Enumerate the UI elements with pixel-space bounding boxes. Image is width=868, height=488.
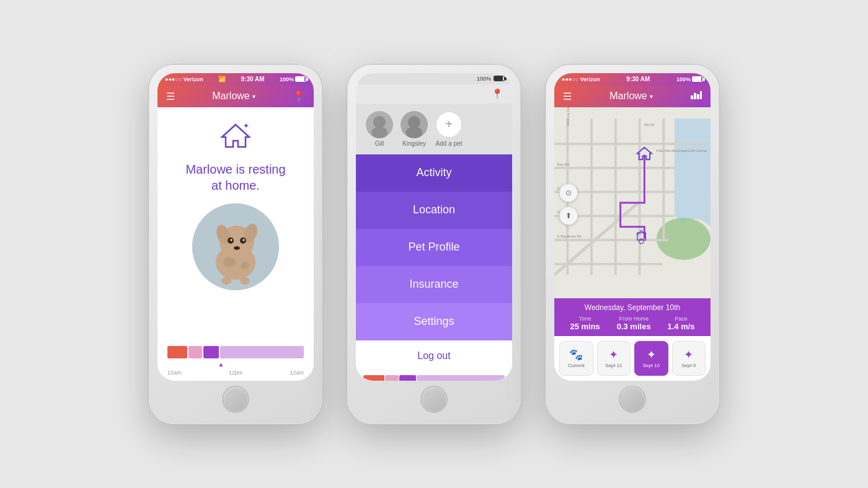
app-header-1: ☰ Marlowe ▾ 📍 <box>157 86 314 107</box>
chart-icon-3[interactable] <box>691 91 702 102</box>
svg-rect-25 <box>697 94 699 99</box>
pet-item-gill[interactable]: Gill <box>366 111 393 147</box>
svg-point-10 <box>231 239 232 241</box>
svg-point-13 <box>223 257 236 267</box>
header-title-3: Marlowe ▾ <box>609 91 652 102</box>
menu-item-location[interactable]: Location <box>356 192 512 229</box>
svg-rect-29 <box>554 143 711 145</box>
locate-button[interactable]: ⊙ <box>559 184 578 202</box>
status-bar-1: ●●●○○ Verizon 📶 9:30 AM 100% <box>157 73 314 86</box>
wifi-icon-1: 📶 <box>218 76 226 82</box>
sept11-icon: ✦ <box>609 348 618 362</box>
svg-rect-33 <box>554 239 668 241</box>
svg-rect-36 <box>590 118 593 275</box>
nav-current-label: Current <box>568 363 585 368</box>
home-button-3[interactable] <box>619 386 646 413</box>
phone-3: ●●●○○ Verizon 9:30 AM 100% ☰ Marlowe ▾ <box>546 64 719 424</box>
battery-text-3: 100% <box>676 76 691 82</box>
timeline-seg-2 <box>188 346 202 358</box>
menu-item-activity[interactable]: Activity <box>356 154 512 192</box>
map-stats: Time 25 mins From Home 0.3 miles Pace 1.… <box>562 316 703 331</box>
nav-sept9[interactable]: ✦ Sept 9 <box>672 341 706 376</box>
svg-point-12 <box>234 246 240 250</box>
map-stat-pace: Pace 1.4 m/s <box>667 316 694 331</box>
location-icon-1[interactable]: 📍 <box>293 91 305 102</box>
home-button-2[interactable] <box>420 386 448 413</box>
nav-sept9-label: Sept 9 <box>681 363 696 368</box>
menu-items: Activity Location Pet Profile Insurance … <box>356 154 512 371</box>
carrier-3: ●●●○○ Verizon <box>562 76 600 82</box>
home-status-icon: ✦ · <box>217 120 254 156</box>
battery-text-1: 100% <box>280 76 294 82</box>
svg-rect-26 <box>700 91 702 99</box>
tl-label-1: 12am <box>167 370 182 376</box>
home-button-1[interactable] <box>222 386 249 413</box>
pet-name-3: Marlowe <box>609 91 647 102</box>
svg-text:University Ave: University Ave <box>567 107 570 126</box>
menu-item-insurance[interactable]: Insurance <box>356 266 512 303</box>
tl-label-3: 12am <box>290 370 304 376</box>
nav-current[interactable]: 🐾 Current <box>559 341 593 376</box>
menu-icon-3[interactable]: ☰ <box>563 91 572 102</box>
map-background: Bay Rd E Clarke Ave Green St E Bayshore … <box>554 107 711 298</box>
location-icon-2[interactable]: 📍 <box>491 88 503 100</box>
ms4 <box>417 375 505 381</box>
app-header-3: ☰ Marlowe ▾ <box>554 86 711 107</box>
svg-point-15 <box>221 277 231 285</box>
svg-text:·: · <box>247 129 248 135</box>
activity-timeline: ▲ 12am 12pm 12am <box>167 346 304 376</box>
phones-container: ●●●○○ Verizon 📶 9:30 AM 100% ☰ Marlowe ▾… <box>0 40 868 449</box>
battery-bar-3 <box>692 76 703 82</box>
nav-sept11[interactable]: ✦ Sept 11 <box>597 341 631 376</box>
pet-thumb-kingsley[interactable] <box>401 111 428 138</box>
timeline-bar <box>167 346 304 358</box>
svg-rect-38 <box>639 118 641 275</box>
nav-sept10[interactable]: ✦ Sept 10 <box>634 341 668 376</box>
tl-label-2: 12pm <box>229 370 243 376</box>
menu-icon-1[interactable]: ☰ <box>166 91 175 102</box>
svg-point-16 <box>240 277 250 285</box>
pet-item-add[interactable]: + Add a pet <box>435 111 463 147</box>
svg-text:Palo Alto Municipal Golf Cours: Palo Alto Municipal Golf Course <box>657 148 707 152</box>
timeline-labels: 12am 12pm 12am <box>167 370 304 376</box>
menu-item-pet-profile[interactable]: Pet Profile <box>356 229 512 266</box>
pet-name-1: Marlowe <box>212 91 249 102</box>
phone-1: ●●●○○ Verizon 📶 9:30 AM 100% ☰ Marlowe ▾… <box>149 64 322 424</box>
map-area[interactable]: Bay Rd E Clarke Ave Green St E Bayshore … <box>554 107 711 298</box>
menu-item-settings[interactable]: Settings <box>356 303 512 340</box>
sept9-icon: ✦ <box>684 348 693 362</box>
timeline-seg-1 <box>167 346 187 358</box>
status-bar-2: 100% <box>356 73 512 84</box>
menu-bottom: 12am 12am <box>356 371 512 381</box>
home-status-text: Marlowe is restingat home. <box>185 161 285 193</box>
svg-rect-23 <box>691 95 693 99</box>
header-title-1: Marlowe ▾ <box>212 91 255 102</box>
pet-add-button[interactable]: + <box>435 111 463 138</box>
ms1 <box>363 375 384 381</box>
pet-label-kingsley: Kingsley <box>402 140 426 147</box>
svg-text:✦: ✦ <box>243 122 249 130</box>
map-bottom-info: Wednesday, September 10th Time 25 mins F… <box>554 298 711 336</box>
pet-item-kingsley[interactable]: Kingsley <box>401 111 428 147</box>
timeline-seg-3 <box>203 346 219 358</box>
pet-thumb-gill[interactable] <box>366 111 393 138</box>
menu-header-bar: 📍 <box>356 84 512 104</box>
dropdown-arrow-1[interactable]: ▾ <box>252 93 255 100</box>
sept10-icon: ✦ <box>647 348 656 362</box>
menu-item-logout[interactable]: Log out <box>356 340 512 371</box>
map-date: Wednesday, September 10th <box>562 303 703 312</box>
home-content: ✦ · Marlowe is restingat home. <box>157 107 314 381</box>
menu-timeline <box>363 375 505 381</box>
share-button[interactable]: ⬆ <box>559 206 578 225</box>
battery-text-2: 100% <box>477 76 491 82</box>
svg-point-14 <box>241 262 249 269</box>
map-stat-time: Time 25 mins <box>570 316 600 331</box>
svg-rect-39 <box>662 118 665 239</box>
nav-sept10-label: Sept 10 <box>642 363 660 368</box>
phone-2: 100% 📍 G <box>347 64 521 424</box>
svg-text:E Bayshore Rd: E Bayshore Rd <box>557 234 582 238</box>
dropdown-arrow-3[interactable]: ▾ <box>650 93 653 100</box>
svg-text:Bay Rd: Bay Rd <box>644 123 654 126</box>
pet-selector: Gill Kingsley + Add a p <box>356 104 512 154</box>
phone-1-screen: ●●●○○ Verizon 📶 9:30 AM 100% ☰ Marlowe ▾… <box>157 73 314 381</box>
